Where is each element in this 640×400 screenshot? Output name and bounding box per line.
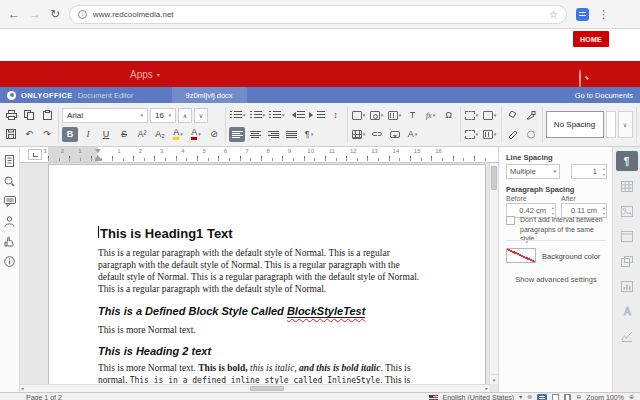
address-bar[interactable]: i www.redcoolmedia.net ☆ xyxy=(69,5,567,24)
document-tab[interactable]: 9z0mljvfj.docx xyxy=(172,87,247,103)
language-select[interactable]: English (United States) xyxy=(443,394,515,400)
numbered-list-button[interactable]: ▾ xyxy=(249,108,267,123)
clear-style-button[interactable]: ⊘ xyxy=(206,127,222,142)
insert-image-button[interactable]: ▾ xyxy=(369,108,385,123)
style-gallery-expand-button[interactable]: ∨ xyxy=(618,111,633,138)
paragraph-settings-icon[interactable]: ¶ xyxy=(616,151,638,171)
back-icon[interactable]: ← xyxy=(8,8,20,20)
align-right-button[interactable] xyxy=(265,127,281,142)
vertical-scrollbar[interactable]: ▾ xyxy=(489,163,498,384)
header-footer-settings-icon[interactable] xyxy=(616,226,638,246)
feedback-icon[interactable] xyxy=(4,236,15,247)
redo-button[interactable]: ↷ xyxy=(39,127,55,142)
columns-button[interactable]: ▾ xyxy=(482,127,498,142)
apps-menu[interactable]: Apps ▾ xyxy=(130,69,160,80)
search-icon[interactable] xyxy=(4,176,15,187)
mailmerge-button[interactable] xyxy=(523,127,539,142)
font-size-select[interactable]: 16 ▾ xyxy=(150,108,176,123)
insert-dropcap-button[interactable]: A▾ xyxy=(405,127,421,142)
doc-heading2[interactable]: This is Heading 2 text xyxy=(98,345,422,357)
format-painter-button[interactable] xyxy=(505,127,521,142)
style-gallery-selected[interactable]: No Spacing xyxy=(546,111,604,138)
forward-icon[interactable]: → xyxy=(29,8,41,20)
copy-style-button[interactable] xyxy=(523,108,539,123)
page-margins-button[interactable]: ▾ xyxy=(464,108,480,123)
align-left-button[interactable] xyxy=(229,127,245,142)
doc-heading1[interactable]: This is Heading1 Text xyxy=(98,226,422,241)
browser-menu-icon[interactable]: ⋮ xyxy=(598,8,609,21)
line-spacing-button[interactable]: ↕ xyxy=(328,108,344,123)
zoom-out-icon[interactable]: ⊖ xyxy=(576,394,581,400)
nonprinting-chars-button[interactable]: ¶▾ xyxy=(301,127,317,142)
insert-shape-button[interactable]: ▾ xyxy=(351,108,367,123)
horizontal-scrollbar[interactable]: ◂ ▸ xyxy=(20,384,489,392)
insert-comment-button[interactable] xyxy=(387,127,403,142)
background-color-swatch[interactable] xyxy=(506,248,536,263)
doc-paragraph-short[interactable]: This is more Normal text. xyxy=(98,324,422,336)
chat-icon[interactable] xyxy=(4,216,15,227)
tab-stop-selector[interactable] xyxy=(28,149,42,160)
insert-textbox-button[interactable]: T xyxy=(405,108,421,123)
copy-button[interactable] xyxy=(21,108,37,123)
line-spacing-multiple-input[interactable]: 1 ▾▾ xyxy=(571,164,607,179)
comments-icon[interactable] xyxy=(4,196,16,207)
show-advanced-settings-link[interactable]: Show advanced settings xyxy=(499,275,613,284)
scroll-left-button[interactable]: ◂ xyxy=(21,385,24,392)
font-color-button[interactable]: A▾ xyxy=(188,127,204,142)
style-gallery-next[interactable] xyxy=(606,111,616,138)
go-to-documents-link[interactable]: Go to Documents xyxy=(575,91,633,100)
url-text[interactable]: www.redcoolmedia.net xyxy=(93,10,173,19)
document-canvas[interactable]: This is Heading1 Text This is a regular … xyxy=(20,163,498,392)
underline-button[interactable]: U xyxy=(98,127,114,142)
dont-add-interval-checkbox[interactable] xyxy=(506,216,515,225)
page-thumbnails-icon[interactable] xyxy=(4,155,15,167)
align-center-button[interactable] xyxy=(247,127,263,142)
spin-up-icon[interactable]: ▾ xyxy=(603,166,605,172)
doc-block-style-heading[interactable]: This is a Defined Block Style Called Blo… xyxy=(98,305,422,317)
superscript-button[interactable]: A² xyxy=(134,127,150,142)
insert-hyperlink-button[interactable] xyxy=(369,127,385,142)
signature-settings-icon[interactable] xyxy=(616,326,638,346)
print-button[interactable] xyxy=(3,108,19,123)
hanging-indent-marker[interactable] xyxy=(95,152,101,159)
decrease-font-button[interactable]: ∨ xyxy=(194,108,208,123)
multilevel-list-button[interactable]: ▾ xyxy=(268,108,286,123)
fit-page-icon[interactable] xyxy=(552,394,559,400)
shape-settings-icon[interactable] xyxy=(616,251,638,271)
fit-width-icon[interactable] xyxy=(564,394,571,400)
align-justify-button[interactable] xyxy=(283,127,299,142)
strikethrough-button[interactable]: S xyxy=(116,127,132,142)
save-button[interactable] xyxy=(3,127,19,142)
table-settings-icon[interactable] xyxy=(616,176,638,196)
insert-symbol-button[interactable]: Ω xyxy=(441,108,457,123)
spin-up-icon[interactable]: ▾ xyxy=(603,205,605,211)
decrease-indent-button[interactable] xyxy=(288,108,306,123)
line-spacing-select[interactable]: Multiple ▾ xyxy=(506,164,560,179)
undo-button[interactable]: ↶ xyxy=(21,127,37,142)
italic-button[interactable]: I xyxy=(80,127,96,142)
insert-table-button[interactable]: ▾ xyxy=(351,127,367,142)
insert-equation-button[interactable]: fx▾ xyxy=(423,108,439,123)
horizontal-scrollbar-thumb[interactable] xyxy=(250,386,284,391)
highlight-color-button[interactable]: A▾ xyxy=(170,127,186,142)
bookmark-star-icon[interactable]: ☆ xyxy=(549,9,558,20)
extension-icon[interactable] xyxy=(576,8,589,21)
clear-formatting-button[interactable] xyxy=(505,108,521,123)
scroll-down-button[interactable]: ▾ xyxy=(490,374,498,384)
vertical-scrollbar-thumb[interactable] xyxy=(491,166,497,190)
home-button[interactable]: HOME xyxy=(573,31,609,47)
doc-paragraph-normal[interactable]: This is a regular paragraph with the def… xyxy=(98,247,422,295)
reload-icon[interactable]: ↻ xyxy=(50,8,60,20)
chart-settings-icon[interactable] xyxy=(616,276,638,296)
increase-indent-button[interactable] xyxy=(308,108,326,123)
image-settings-icon[interactable] xyxy=(616,201,638,221)
paste-button[interactable] xyxy=(39,108,55,123)
insert-chart-button[interactable]: ▾ xyxy=(387,108,403,123)
horizontal-ruler[interactable]: 32112345678910111213141516 xyxy=(20,147,498,163)
spellcheck-icon[interactable]: ⊚ xyxy=(527,394,532,400)
site-info-icon[interactable]: i xyxy=(78,10,87,19)
subscript-button[interactable]: A₂ xyxy=(152,127,168,142)
text-art-settings-icon[interactable]: A xyxy=(616,301,638,321)
page-break-button[interactable]: ▾ xyxy=(464,127,480,142)
increase-font-button[interactable]: ∧ xyxy=(178,108,192,123)
